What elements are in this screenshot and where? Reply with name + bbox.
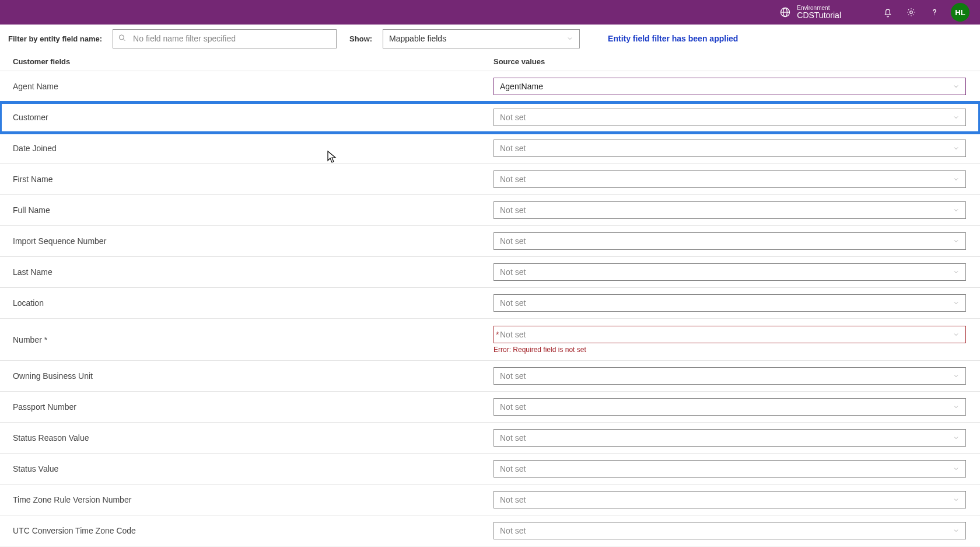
field-error: Error: Required field is not set [494, 346, 967, 354]
field-label: Full Name [13, 205, 494, 215]
source-select[interactable]: Not set [494, 460, 966, 478]
field-label: Agent Name [13, 82, 494, 91]
field-row: Last NameNot set [0, 257, 980, 288]
field-label: Time Zone Rule Version Number [13, 495, 494, 504]
source-select-value: AgentName [500, 82, 543, 91]
field-label: First Name [13, 175, 494, 184]
source-cell: Not set [494, 491, 967, 508]
chevron-down-icon [953, 403, 960, 410]
source-select-value: Not set [500, 144, 526, 153]
required-star-outer: * [496, 330, 499, 339]
field-label: Location [13, 298, 494, 308]
source-cell: Not set [494, 201, 967, 219]
chevron-down-icon [953, 434, 960, 441]
chevron-down-icon [953, 83, 960, 90]
field-label: Number * [13, 335, 494, 344]
chevron-down-icon [953, 238, 960, 245]
source-select-value: Not set [500, 175, 526, 184]
source-select[interactable]: Not set [494, 140, 966, 157]
filter-applied-notice: Entity field filter has been applied [608, 34, 738, 43]
source-cell: Not set [494, 232, 967, 250]
source-select[interactable]: Not set [494, 522, 966, 539]
source-select[interactable]: Not set [494, 398, 966, 416]
filter-bar: Filter by entity field name: Show: Mappa… [0, 25, 980, 53]
environment-label: Environment [797, 5, 841, 11]
show-label: Show: [349, 34, 372, 43]
app-header: Environment CDSTutorial HL [0, 0, 980, 25]
field-row: Time Zone Rule Version NumberNot set [0, 485, 980, 515]
field-label: Passport Number [13, 402, 494, 412]
field-row: Import Sequence NumberNot set [0, 226, 980, 257]
source-select[interactable]: Not set [494, 326, 966, 343]
source-select[interactable]: Not set [494, 232, 966, 250]
field-mapping-rows: Agent NameAgentNameCustomerNot setDate J… [0, 71, 980, 546]
source-select-value: Not set [500, 236, 526, 246]
show-dropdown-value: Mappable fields [389, 34, 446, 43]
source-select-value: Not set [500, 298, 526, 308]
field-row: CustomerNot set [0, 102, 980, 133]
field-row: LocationNot set [0, 288, 980, 319]
source-select-value: Not set [500, 464, 526, 473]
source-cell: Not set [494, 109, 967, 126]
field-label: Import Sequence Number [13, 236, 494, 246]
source-cell: Not set [494, 522, 967, 539]
notifications-button[interactable] [876, 1, 900, 24]
chevron-down-icon [953, 207, 960, 214]
source-select[interactable]: Not set [494, 491, 966, 508]
source-select[interactable]: Not set [494, 109, 966, 126]
source-cell: AgentName [494, 78, 967, 95]
source-select[interactable]: Not set [494, 429, 966, 447]
field-row: Status ValueNot set [0, 454, 980, 485]
filter-label: Filter by entity field name: [8, 34, 102, 43]
chevron-down-icon [953, 331, 960, 338]
source-cell: Not set [494, 140, 967, 157]
chevron-down-icon [953, 527, 960, 534]
source-select[interactable]: Not set [494, 367, 966, 385]
field-row: Status Reason ValueNot set [0, 423, 980, 454]
source-select[interactable]: Not set [494, 170, 966, 188]
source-select-value: Not set [500, 402, 526, 412]
chevron-down-icon [953, 372, 960, 379]
chevron-down-icon [953, 465, 960, 472]
source-cell: Not set [494, 263, 967, 281]
field-label: Owning Business Unit [13, 371, 494, 381]
source-cell: Not set [494, 170, 967, 188]
environment-indicator[interactable]: Environment CDSTutorial [779, 5, 841, 20]
chevron-down-icon [953, 114, 960, 121]
source-select[interactable]: AgentName [494, 78, 966, 95]
field-label: Customer [13, 113, 494, 122]
show-dropdown[interactable]: Mappable fields [383, 29, 580, 48]
avatar[interactable]: HL [951, 3, 970, 22]
field-row: UTC Conversion Time Zone CodeNot set [0, 515, 980, 546]
source-select[interactable]: Not set [494, 263, 966, 281]
help-button[interactable] [923, 1, 946, 24]
chevron-down-icon [953, 176, 960, 183]
field-label: Status Value [13, 464, 494, 473]
source-select-value: Not set [500, 330, 526, 339]
customer-fields-header: Customer fields [13, 57, 494, 66]
environment-name: CDSTutorial [797, 11, 841, 20]
source-values-header: Source values [494, 57, 967, 66]
filter-input-wrap [113, 29, 337, 48]
source-select[interactable]: Not set [494, 294, 966, 312]
bell-icon [883, 7, 893, 18]
chevron-down-icon [953, 496, 960, 503]
gear-icon [906, 7, 916, 18]
required-star: * [44, 335, 47, 344]
source-select-value: Not set [500, 526, 526, 535]
source-select[interactable]: Not set [494, 201, 966, 219]
columns-header: Customer fields Source values [0, 53, 980, 71]
help-icon [929, 7, 940, 18]
entity-field-filter-input[interactable] [113, 29, 337, 48]
field-row: Number *Not set*Error: Required field is… [0, 319, 980, 361]
chevron-down-icon [953, 299, 960, 306]
source-cell: Not set [494, 398, 967, 416]
settings-button[interactable] [900, 1, 923, 24]
field-row: First NameNot set [0, 164, 980, 195]
field-row: Passport NumberNot set [0, 392, 980, 423]
source-cell: Not set [494, 367, 967, 385]
source-cell: Not set [494, 294, 967, 312]
field-row: Agent NameAgentName [0, 71, 980, 102]
source-cell: Not set [494, 429, 967, 447]
field-row: Full NameNot set [0, 195, 980, 226]
